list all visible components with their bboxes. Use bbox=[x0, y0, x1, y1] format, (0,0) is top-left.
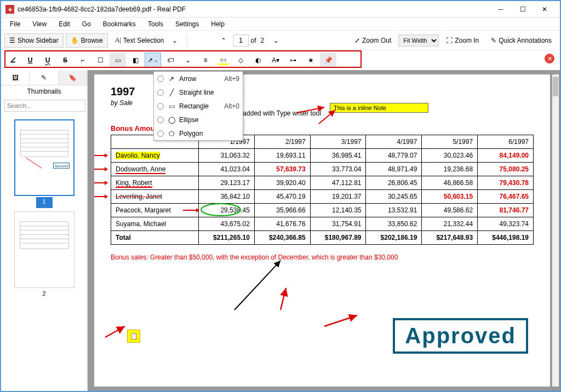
svg-line-27 bbox=[324, 315, 357, 326]
dropdown-item-rectangle[interactable]: ▭RectangleAlt+0 bbox=[154, 99, 243, 113]
main-area: 🖼 ✎ 🔖 Thumbnails ▽ Approved 1 2 1997 Sal… bbox=[1, 70, 560, 391]
menu-bookmarks[interactable]: Bookmarks bbox=[98, 19, 141, 29]
close-button[interactable]: ✕ bbox=[534, 2, 556, 17]
minimize-button[interactable]: ─ bbox=[490, 2, 512, 17]
freehand-tool[interactable]: ∠ bbox=[4, 53, 21, 68]
table-cell: 31,754.91 bbox=[310, 217, 366, 231]
inline-note-annotation[interactable]: This is a inline Note bbox=[330, 103, 428, 113]
page-number-input[interactable] bbox=[233, 34, 249, 47]
svg-rect-11 bbox=[20, 222, 68, 249]
svg-text:★: ★ bbox=[8, 7, 13, 13]
font-tool[interactable]: A▾ bbox=[267, 53, 284, 68]
text-selection-button[interactable]: A|Text Selection⌄ bbox=[110, 33, 182, 48]
footnote-text: Bonus sales: Greater than $50,000, with … bbox=[111, 253, 534, 261]
page-total-label: 2 bbox=[261, 37, 265, 44]
page-next-button[interactable]: ⌄ bbox=[268, 33, 284, 48]
sticky-note-annotation[interactable]: 📋 bbox=[127, 330, 140, 343]
fill-tool[interactable]: ◇ bbox=[232, 53, 249, 68]
sidebar-tab-annotations[interactable]: ✎ bbox=[30, 70, 58, 85]
table-cell: 81,746.77 bbox=[478, 204, 534, 217]
menu-go[interactable]: Go bbox=[77, 19, 96, 29]
table-row: Peacock, Margaret29,538.4535,966.6612,14… bbox=[111, 204, 534, 217]
menu-settings[interactable]: Settings bbox=[170, 19, 204, 29]
menu-file[interactable]: File bbox=[4, 19, 26, 29]
zoom-out-button[interactable]: ⤢Zoom Out bbox=[350, 33, 396, 48]
chevron-up-icon: ⌃ bbox=[221, 37, 226, 44]
menu-edit[interactable]: Edit bbox=[53, 19, 76, 29]
underline-tool[interactable]: U bbox=[22, 53, 38, 68]
row-name-cell: King, Robert bbox=[111, 176, 199, 190]
hand-icon: ✋ bbox=[71, 37, 79, 44]
note-tool[interactable]: ☐ bbox=[92, 53, 108, 68]
svg-line-10 bbox=[26, 158, 42, 168]
thumbnail-page-1[interactable]: Approved bbox=[14, 119, 75, 196]
maximize-button[interactable]: ☐ bbox=[512, 2, 534, 17]
pin-tool[interactable]: 📌 bbox=[320, 53, 336, 68]
approved-stamp[interactable]: Approved bbox=[393, 318, 528, 354]
show-sidebar-button[interactable]: ☰Show Sidebar bbox=[4, 33, 64, 48]
chevron-down-icon: ⌄ bbox=[273, 37, 279, 44]
svg-line-26 bbox=[280, 288, 286, 310]
sidebar-icon: ☰ bbox=[9, 37, 15, 44]
page-prev-button[interactable]: ⌃ bbox=[216, 33, 231, 48]
polygon-icon: ⬠ bbox=[167, 130, 176, 137]
shape-tool[interactable]: ↗ ⌄ bbox=[145, 53, 161, 68]
dropdown-item-arrow[interactable]: ↗ArrowAlt+9 bbox=[154, 72, 243, 85]
vertical-scrollbar[interactable] bbox=[552, 74, 559, 387]
table-cell: 48,971.49 bbox=[366, 163, 422, 176]
opacity-tool[interactable]: ◐ bbox=[250, 53, 266, 68]
zoom-level-select[interactable]: Fit Width bbox=[398, 34, 439, 47]
table-cell: 36,985.41 bbox=[310, 149, 366, 163]
page-of-label: of bbox=[251, 37, 256, 44]
row-name-cell: Suyama, Michael bbox=[111, 217, 199, 231]
zoom-out-icon: ⤢ bbox=[354, 37, 360, 44]
row-name-cell: Leverling, Janet bbox=[111, 190, 199, 204]
lines-tool[interactable]: ≡ bbox=[197, 53, 214, 68]
thumbnail-page-2[interactable] bbox=[14, 211, 75, 288]
menu-tools[interactable]: Tools bbox=[142, 19, 169, 29]
sidebar-search-input[interactable] bbox=[4, 100, 85, 112]
row-name-cell: Peacock, Margaret bbox=[111, 204, 199, 217]
dropdown-item-line[interactable]: ╱Straight line bbox=[154, 85, 243, 99]
browse-button[interactable]: ✋Browse bbox=[66, 33, 108, 48]
table-cell: 21,332.44 bbox=[422, 217, 478, 231]
close-toolbar-button[interactable]: ✕ bbox=[545, 54, 554, 64]
table-cell: 19,201.37 bbox=[310, 190, 366, 204]
shape-dropdown-menu: ↗ArrowAlt+9 ╱Straight line ▭RectangleAlt… bbox=[153, 71, 243, 141]
measure-tool[interactable]: ⌐ bbox=[75, 53, 91, 68]
strikeout-tool[interactable]: S bbox=[57, 53, 73, 68]
bonus-table: 1/1997 2/1997 3/1997 4/1997 5/1997 6/199… bbox=[111, 135, 534, 245]
svg-rect-2 bbox=[20, 130, 68, 157]
dropdown-item-polygon[interactable]: ⬠Polygon bbox=[154, 126, 243, 140]
eraser-tool[interactable]: ◧ bbox=[127, 53, 144, 68]
scrollbar-thumb[interactable] bbox=[553, 77, 558, 96]
star-tool[interactable]: ★ bbox=[302, 53, 319, 68]
area-tool[interactable]: ▭ bbox=[110, 53, 126, 68]
row-name-cell: Dodsworth, Anne bbox=[111, 163, 199, 176]
sidebar-tab-image[interactable]: 🖼 bbox=[1, 70, 30, 85]
squiggly-tool[interactable]: U bbox=[39, 53, 56, 68]
row-name-cell: Davolio, Nancy bbox=[111, 149, 199, 163]
table-cell: 36,842.10 bbox=[199, 190, 255, 204]
table-row: Leverling, Janet36,842.1045,470.1919,201… bbox=[111, 190, 534, 204]
quick-annotations-button[interactable]: ✎Quick Annotations bbox=[486, 33, 557, 48]
table-cell: 43,675.02 bbox=[199, 217, 255, 231]
table-row: Suyama, Michael43,675.0241,676.7631,754.… bbox=[111, 217, 534, 231]
sidebar-tab-bookmarks[interactable]: 🔖 bbox=[59, 70, 87, 85]
menu-view[interactable]: View bbox=[27, 19, 52, 29]
table-cell: 49,586.62 bbox=[422, 204, 478, 217]
tag-tool[interactable]: 🏷 bbox=[162, 53, 179, 68]
table-cell: 57,639.73 bbox=[254, 163, 310, 176]
thumbnail-label-2: 2 bbox=[4, 289, 84, 300]
slider-tool[interactable]: ⊶ bbox=[285, 53, 301, 68]
highlight-color-tool[interactable]: ▭ bbox=[215, 53, 231, 68]
table-row: King, Robert29,123.1739,920.4047,112.812… bbox=[111, 176, 534, 190]
table-cell: 13,532.91 bbox=[366, 204, 422, 217]
table-cell: 75,080.25 bbox=[478, 163, 534, 176]
table-cell: 33,773.04 bbox=[310, 163, 366, 176]
tag-dropdown[interactable]: ⌄ bbox=[180, 53, 196, 68]
table-cell: 30,245.65 bbox=[366, 190, 422, 204]
menu-help[interactable]: Help bbox=[205, 19, 230, 29]
zoom-in-button[interactable]: ⛶Zoom In bbox=[441, 33, 484, 48]
dropdown-item-ellipse[interactable]: ◯Ellipse bbox=[154, 113, 243, 126]
